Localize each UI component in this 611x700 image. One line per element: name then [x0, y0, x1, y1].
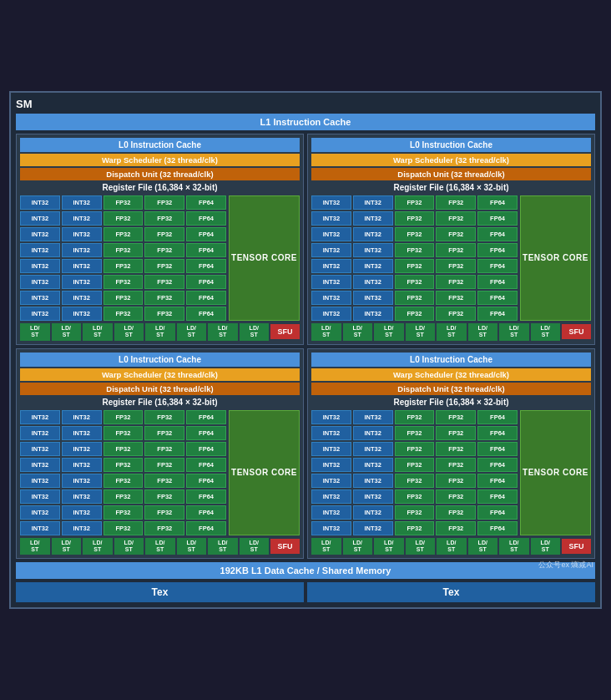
fp64-cell: FP64	[477, 259, 518, 273]
fp32-cell: FP32	[395, 489, 435, 504]
int32-cell: INT32	[20, 474, 60, 488]
int32-cell: INT32	[20, 489, 60, 504]
fp32-cell: FP32	[395, 243, 435, 257]
fp32-cell: FP32	[395, 521, 435, 535]
ld-st-cell: LD/ST	[208, 323, 238, 341]
int32-cell: INT32	[353, 489, 393, 504]
fp32-cell: FP32	[144, 291, 184, 305]
ld-st-cell: LD/ST	[52, 323, 82, 341]
quadrant-bottom-right: L0 Instruction Cache Warp Scheduler (32 …	[307, 348, 595, 560]
fp64-cell: FP64	[186, 307, 226, 321]
ld-st-cell: LD/ST	[145, 323, 175, 341]
sfu-q4: SFU	[562, 539, 591, 554]
int32-cell: INT32	[311, 505, 351, 520]
int32-cell: INT32	[20, 307, 60, 321]
int32-cell: INT32	[62, 275, 102, 289]
ld-st-cell: LD/ST	[52, 538, 82, 555]
ld-st-row-q3: LD/ST LD/ST LD/ST LD/ST LD/ST LD/ST LD/S…	[20, 538, 300, 555]
ld-st-cell: LD/ST	[20, 538, 50, 555]
quadrant-top-left: L0 Instruction Cache Warp Scheduler (32 …	[16, 134, 304, 345]
int32-cell: INT32	[62, 442, 102, 456]
fp64-cell: FP64	[477, 426, 518, 440]
int32-cell: INT32	[353, 307, 393, 321]
register-file-q2: Register File (16,384 × 32-bit)	[311, 183, 591, 192]
int32-cell: INT32	[353, 458, 393, 472]
fp32-cell: FP32	[436, 259, 476, 273]
l1-instruction-cache: L1 Instruction Cache	[16, 114, 595, 130]
int32-cell: INT32	[62, 291, 102, 305]
dispatch-unit-q4: Dispatch Unit (32 thread/clk)	[311, 383, 591, 395]
int32-cell: INT32	[353, 243, 393, 257]
fp32-cell: FP32	[144, 426, 184, 440]
ld-st-cell: LD/ST	[406, 538, 436, 555]
fp64-cell: FP64	[477, 489, 518, 504]
int32-cell: INT32	[62, 426, 102, 440]
fp32-cell: FP32	[144, 275, 184, 289]
warp-scheduler-q4: Warp Scheduler (32 thread/clk)	[311, 368, 591, 381]
int32-cell: INT32	[62, 211, 102, 226]
register-file-q3: Register File (16,384 × 32-bit)	[20, 398, 300, 407]
fp32-cell: FP32	[104, 474, 144, 488]
int32-cell: INT32	[353, 195, 393, 210]
fp64-cell: FP64	[186, 243, 226, 257]
fp32-cell: FP32	[104, 458, 144, 472]
fp64-cell: FP64	[477, 307, 518, 321]
sfu-q1: SFU	[270, 324, 300, 339]
fp32-cell: FP32	[104, 243, 144, 257]
fp32-cell: FP32	[395, 410, 435, 424]
fp32-cell: FP32	[436, 474, 476, 488]
fp32-cell: FP32	[144, 505, 184, 520]
int32-cell: INT32	[62, 505, 102, 520]
fp64-cell: FP64	[186, 259, 226, 273]
fp32-cell: FP32	[104, 505, 144, 520]
fp64-cell: FP64	[186, 521, 226, 535]
int32-cell: INT32	[353, 227, 393, 241]
sm-label: SM	[16, 98, 595, 110]
ld-st-cell: LD/ST	[20, 323, 50, 341]
quadrants-grid: L0 Instruction Cache Warp Scheduler (32 …	[16, 134, 595, 560]
fp32-cell: FP32	[395, 275, 435, 289]
fp32-cell: FP32	[104, 211, 144, 226]
int32-cell: INT32	[62, 521, 102, 535]
fp64-cell: FP64	[477, 195, 518, 210]
int32-cell: INT32	[311, 195, 351, 210]
fp32-cell: FP32	[104, 275, 144, 289]
int-fp-area-q3: INT32 INT32 FP32 FP32 FP64 INT32 INT32 F…	[20, 410, 226, 535]
fp32-cell: FP32	[144, 195, 184, 210]
fp32-cell: FP32	[395, 474, 435, 488]
fp64-cell: FP64	[186, 505, 226, 520]
int32-cell: INT32	[353, 410, 393, 424]
int32-cell: INT32	[353, 275, 393, 289]
ld-st-cell: LD/ST	[437, 323, 467, 341]
l1-data-cache: 192KB L1 Data Cache / Shared Memory	[16, 562, 595, 579]
fp64-cell: FP64	[477, 275, 518, 289]
ld-st-cell: LD/ST	[311, 323, 341, 341]
ld-st-cell: LD/ST	[406, 323, 436, 341]
fp32-cell: FP32	[436, 243, 476, 257]
int32-cell: INT32	[311, 458, 351, 472]
ld-st-cell: LD/ST	[343, 538, 373, 555]
int32-cell: INT32	[311, 442, 351, 456]
fp32-cell: FP32	[104, 489, 144, 504]
register-file-q1: Register File (16,384 × 32-bit)	[20, 183, 300, 192]
int32-cell: INT32	[20, 275, 60, 289]
ld-st-cell: LD/ST	[83, 323, 113, 341]
fp64-cell: FP64	[186, 474, 226, 488]
tex-left: Tex	[16, 582, 304, 602]
fp64-cell: FP64	[186, 275, 226, 289]
int32-cell: INT32	[20, 505, 60, 520]
int32-cell: INT32	[62, 227, 102, 241]
fp32-cell: FP32	[436, 275, 476, 289]
fp64-cell: FP64	[477, 243, 518, 257]
tensor-core-q2: TENSOR CORE	[520, 195, 591, 321]
fp64-cell: FP64	[477, 521, 518, 535]
ld-st-cell: LD/ST	[114, 538, 144, 555]
fp64-cell: FP64	[477, 211, 518, 226]
sfu-q2: SFU	[562, 324, 591, 339]
tensor-core-q3: TENSOR CORE	[229, 410, 300, 535]
int32-cell: INT32	[311, 410, 351, 424]
register-file-q4: Register File (16,384 × 32-bit)	[311, 398, 591, 407]
int32-cell: INT32	[62, 410, 102, 424]
int32-cell: INT32	[20, 291, 60, 305]
int32-cell: INT32	[20, 227, 60, 241]
